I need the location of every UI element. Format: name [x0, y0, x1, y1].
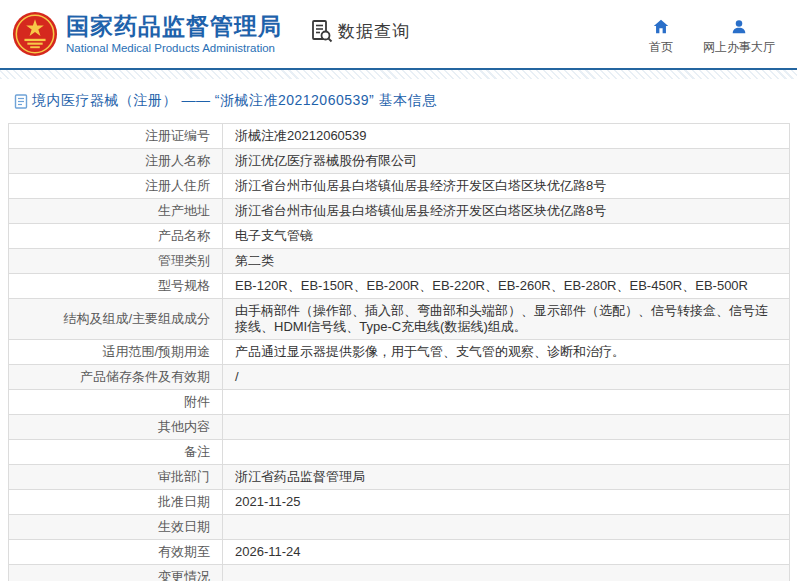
org-name-cn: 国家药品监督管理局 [66, 13, 282, 39]
row-value: 2026-11-24 [223, 540, 790, 565]
row-label: 产品储存条件及有效期 [9, 365, 223, 390]
row-label: 注册人名称 [9, 149, 223, 174]
info-table-body: 注册证编号浙械注准20212060539注册人名称浙江优亿医疗器械股份有限公司注… [9, 124, 790, 581]
page-doc-icon [14, 94, 28, 109]
row-label: 管理类别 [9, 249, 223, 274]
table-row: 批准日期2021-11-25 [9, 490, 790, 515]
row-value: 2021-11-25 [223, 490, 790, 515]
row-value: / [223, 365, 790, 390]
header-hatch-divider [0, 70, 797, 79]
data-query-section[interactable]: 数据查询 [310, 19, 410, 43]
breadcrumb-text: 境内医疗器械（注册） —— “浙械注准20212060539” 基本信息 [32, 92, 437, 110]
row-label: 产品名称 [9, 224, 223, 249]
row-value [223, 415, 790, 440]
row-value [223, 390, 790, 415]
home-icon [652, 18, 670, 36]
row-label: 适用范围/预期用途 [9, 340, 223, 365]
table-row: 注册证编号浙械注准20212060539 [9, 124, 790, 149]
row-label: 注册人住所 [9, 174, 223, 199]
table-row: 变更情况 [9, 565, 790, 581]
row-label: 附件 [9, 390, 223, 415]
table-row: 注册人名称浙江优亿医疗器械股份有限公司 [9, 149, 790, 174]
row-value: 浙江省台州市仙居县白塔镇仙居县经济开发区白塔区块优亿路8号 [223, 199, 790, 224]
nav-item-online-hall[interactable]: 网上办事大厅 [703, 18, 775, 56]
table-row: 附件 [9, 390, 790, 415]
registration-info-table: 注册证编号浙械注准20212060539注册人名称浙江优亿医疗器械股份有限公司注… [8, 123, 790, 581]
registration-info-table-wrap: 注册证编号浙械注准20212060539注册人名称浙江优亿医疗器械股份有限公司注… [0, 121, 797, 581]
row-value: 第二类 [223, 249, 790, 274]
row-label: 有效期至 [9, 540, 223, 565]
row-label: 批准日期 [9, 490, 223, 515]
row-value [223, 565, 790, 581]
row-value: 浙江优亿医疗器械股份有限公司 [223, 149, 790, 174]
table-row: 有效期至2026-11-24 [9, 540, 790, 565]
table-row: 注册人住所浙江省台州市仙居县白塔镇仙居县经济开发区白塔区块优亿路8号 [9, 174, 790, 199]
table-row: 生产地址浙江省台州市仙居县白塔镇仙居县经济开发区白塔区块优亿路8号 [9, 199, 790, 224]
nav-label-home: 首页 [649, 39, 673, 56]
breadcrumb: 境内医疗器械（注册） —— “浙械注准20212060539” 基本信息 [0, 79, 797, 121]
table-row: 适用范围/预期用途产品通过显示器提供影像，用于气管、支气管的观察、诊断和治疗。 [9, 340, 790, 365]
row-label: 型号规格 [9, 274, 223, 299]
row-value [223, 440, 790, 465]
org-title-block: 国家药品监督管理局 National Medical Products Admi… [66, 13, 282, 56]
nav-label-online-hall: 网上办事大厅 [703, 39, 775, 56]
row-label: 生产地址 [9, 199, 223, 224]
table-row: 备注 [9, 440, 790, 465]
row-label: 结构及组成/主要组成成分 [9, 299, 223, 340]
table-row: 管理类别第二类 [9, 249, 790, 274]
row-value: EB-120R、EB-150R、EB-200R、EB-220R、EB-260R、… [223, 274, 790, 299]
page-header: 国家药品监督管理局 National Medical Products Admi… [0, 0, 797, 70]
table-row: 生效日期 [9, 515, 790, 540]
row-label: 生效日期 [9, 515, 223, 540]
table-row: 审批部门浙江省药品监督管理局 [9, 465, 790, 490]
section-title: 数据查询 [338, 20, 410, 43]
row-value: 产品通过显示器提供影像，用于气管、支气管的观察、诊断和治疗。 [223, 340, 790, 365]
row-label: 其他内容 [9, 415, 223, 440]
row-value: 浙江省台州市仙居县白塔镇仙居县经济开发区白塔区块优亿路8号 [223, 174, 790, 199]
row-value: 由手柄部件（操作部、插入部、弯曲部和头端部）、显示部件（选配）、信号转接盒、信号… [223, 299, 790, 340]
row-label: 变更情况 [9, 565, 223, 581]
table-row: 产品储存条件及有效期/ [9, 365, 790, 390]
row-value: 浙江省药品监督管理局 [223, 465, 790, 490]
org-name-en: National Medical Products Administration [66, 41, 282, 56]
document-search-icon [310, 19, 334, 43]
table-row: 结构及组成/主要组成成分由手柄部件（操作部、插入部、弯曲部和头端部）、显示部件（… [9, 299, 790, 340]
row-value [223, 515, 790, 540]
nav-item-home[interactable]: 首页 [649, 18, 673, 56]
table-row: 其他内容 [9, 415, 790, 440]
row-label: 注册证编号 [9, 124, 223, 149]
row-value: 浙械注准20212060539 [223, 124, 790, 149]
row-value: 电子支气管镜 [223, 224, 790, 249]
row-label: 审批部门 [9, 465, 223, 490]
national-emblem-logo [12, 11, 58, 57]
person-icon [730, 18, 748, 36]
row-label: 备注 [9, 440, 223, 465]
table-row: 产品名称电子支气管镜 [9, 224, 790, 249]
table-row: 型号规格EB-120R、EB-150R、EB-200R、EB-220R、EB-2… [9, 274, 790, 299]
header-nav: 首页 网上办事大厅 [649, 18, 775, 56]
